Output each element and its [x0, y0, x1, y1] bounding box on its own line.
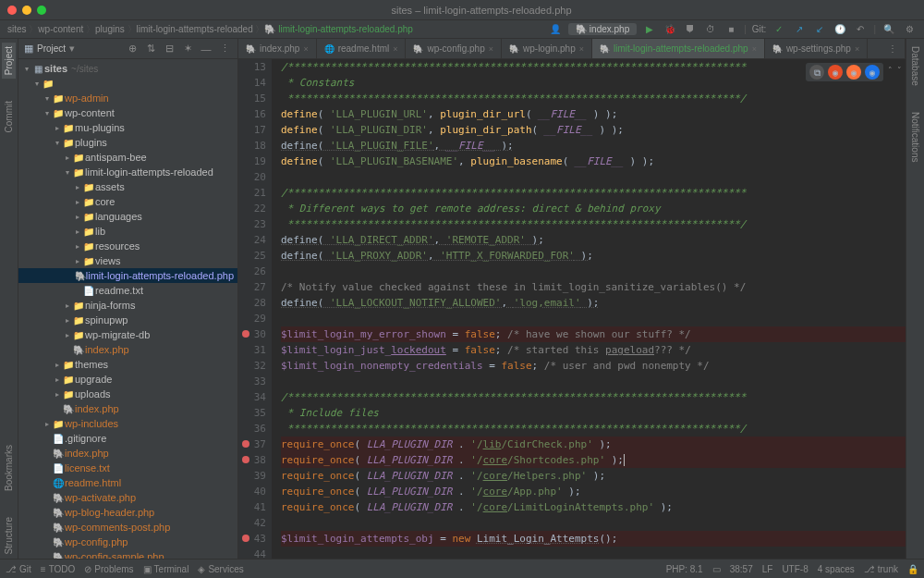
tool-tab-notifications[interactable]: Notifications	[908, 108, 922, 166]
tree-item[interactable]: ▸📁resources	[18, 239, 237, 253]
status-git[interactable]: ⎇ Git	[6, 564, 31, 574]
status-services[interactable]: ◈ Services	[198, 564, 243, 574]
editor-tab[interactable]: 🐘index.php×	[238, 39, 317, 58]
tree-item[interactable]: ▸📁wp-includes	[18, 416, 237, 431]
hide-sidebar-icon[interactable]: —	[199, 42, 213, 56]
tree-item[interactable]: ▸📁uploads	[18, 387, 237, 401]
safari-icon[interactable]: ◉	[865, 65, 880, 80]
tree-item[interactable]: ▸📁wp-migrate-db	[18, 327, 237, 342]
tree-item[interactable]: ▸📁core	[18, 194, 237, 209]
code-line[interactable]: define( 'LLA_PROXY_ADDR', 'HTTP_X_FORWAR…	[281, 248, 906, 264]
code-line[interactable]: * Include files	[281, 405, 906, 421]
sidebar-menu-icon[interactable]: ⋮	[217, 42, 232, 56]
tool-tab-database[interactable]: Database	[908, 43, 922, 90]
breadcrumb-item[interactable]: 🐘 limit-login-attempts-reloaded.php	[264, 24, 412, 34]
status-caret-pos[interactable]: 38:57	[730, 564, 753, 574]
code-line[interactable]	[281, 547, 906, 559]
status-branch[interactable]: ⎇ trunk	[864, 564, 898, 574]
line-number[interactable]: 42	[238, 515, 266, 531]
editor-tab[interactable]: 🐘wp-login.php×	[502, 39, 592, 58]
code-line[interactable]: define( 'LLA_PLUGIN_FILE', __FILE__ );	[281, 138, 906, 154]
builtin-preview-icon[interactable]: ⧉	[809, 65, 824, 80]
tree-item[interactable]: ▸📁ninja-forms	[18, 298, 237, 313]
tree-item[interactable]: 🐘wp-comments-post.php	[18, 520, 237, 535]
editor-tab[interactable]: 🌐readme.html×	[317, 39, 407, 58]
line-number[interactable]: 17	[238, 122, 266, 138]
tree-item[interactable]: ▸📁lib	[18, 224, 237, 239]
code-line[interactable]	[281, 264, 906, 279]
debug-button[interactable]: 🐞	[663, 22, 677, 37]
line-number[interactable]: 31	[238, 342, 266, 358]
breadcrumb-item[interactable]: limit-login-attempts-reloaded	[137, 24, 253, 34]
line-number[interactable]: 14	[238, 75, 266, 91]
line-number[interactable]: 30	[238, 326, 266, 342]
breadcrumb-item[interactable]: plugins	[95, 24, 125, 34]
select-opened-icon[interactable]: ⊕	[125, 42, 140, 56]
tree-item[interactable]: ▸📁languages	[18, 209, 237, 224]
code-line[interactable]	[281, 374, 906, 389]
status-terminal[interactable]: ▣ Terminal	[143, 564, 189, 574]
close-tab-icon[interactable]: ×	[489, 44, 493, 54]
tree-item[interactable]: ▾📁plugins	[18, 135, 237, 150]
status-line-ending[interactable]: LF	[762, 564, 773, 574]
tool-tab-bookmarks[interactable]: Bookmarks	[2, 441, 16, 495]
chrome-icon[interactable]: ◉	[828, 65, 843, 80]
code-line[interactable]: $limit_login_nonempty_credentials = fals…	[281, 358, 906, 374]
close-tab-icon[interactable]: ×	[303, 44, 308, 54]
tree-item[interactable]: ▸📁mu-plugins	[18, 120, 237, 135]
editor-tab[interactable]: 🐘limit-login-attempts-reloaded.php×	[592, 39, 765, 58]
code-line[interactable]: /***************************************…	[281, 185, 906, 201]
tree-item[interactable]: 🐘wp-config-sample.php	[18, 549, 237, 559]
code-editor[interactable]: 1314151617181920212223242526272829303132…	[238, 59, 906, 559]
code-line[interactable]: require_once( LLA_PLUGIN_DIR . '/core/Sh…	[281, 452, 906, 468]
line-number[interactable]: 15	[238, 91, 266, 106]
line-number[interactable]: 29	[238, 311, 266, 326]
code-line[interactable]: $limit_login_my_error_shown = false; /* …	[281, 326, 906, 342]
users-icon[interactable]: 👤	[548, 22, 563, 37]
inspection-chevron-icon[interactable]: ˄ ˅	[888, 63, 902, 79]
profile-button[interactable]: ⏱	[703, 22, 718, 37]
editor-tab[interactable]: 🐘wp-config.php×	[406, 39, 502, 58]
tree-item[interactable]: 📄license.txt	[18, 461, 237, 475]
tree-item[interactable]: ▸📁views	[18, 253, 237, 268]
tree-item[interactable]: ▸📁antispam-bee	[18, 150, 237, 165]
code-line[interactable]: /* Notify value checked against these in…	[281, 279, 906, 295]
code-line[interactable]: require_once( LLA_PLUGIN_DIR . '/core/He…	[281, 468, 906, 484]
code-line[interactable]	[281, 515, 906, 531]
line-number[interactable]: 33	[238, 374, 266, 389]
line-number[interactable]: 37	[238, 437, 266, 452]
tree-item[interactable]: ▸📁assets	[18, 179, 237, 194]
status-memory-icon[interactable]: ▭	[712, 564, 721, 574]
close-window-icon[interactable]	[7, 6, 17, 15]
coverage-button[interactable]: ⛊	[683, 22, 698, 37]
expand-all-icon[interactable]: ⇅	[143, 42, 158, 56]
code-line[interactable]: define( 'LLA_DIRECT_ADDR', 'REMOTE_ADDR'…	[281, 232, 906, 248]
tree-item[interactable]: ▾📁limit-login-attempts-reloaded	[18, 165, 237, 179]
run-config-selector[interactable]: 🐘 index.php	[568, 23, 637, 35]
code-line[interactable]	[281, 169, 906, 185]
code-line[interactable]: define( 'LLA_PLUGIN_URL', plugin_dir_url…	[281, 106, 906, 122]
git-commit-icon[interactable]: ✓	[772, 22, 786, 37]
tree-item[interactable]: 📄.gitignore	[18, 431, 237, 446]
line-number[interactable]: 39	[238, 468, 266, 484]
line-number[interactable]: 22	[238, 201, 266, 216]
rollback-icon[interactable]: ↶	[853, 22, 868, 37]
code-area[interactable]: /***************************************…	[272, 59, 906, 559]
line-number[interactable]: 36	[238, 421, 266, 437]
line-number[interactable]: 27	[238, 279, 266, 295]
search-everywhere-icon[interactable]: 🔍	[881, 22, 896, 37]
line-gutter[interactable]: 1314151617181920212223242526272829303132…	[238, 59, 272, 559]
line-number[interactable]: 21	[238, 185, 266, 201]
code-line[interactable]: require_once( LLA_PLUGIN_DIR . '/lib/Cid…	[281, 437, 906, 452]
run-button[interactable]: ▶	[642, 22, 657, 37]
status-todo[interactable]: ≡ TODO	[41, 564, 76, 574]
code-line[interactable]: define( 'LLA_PLUGIN_BASENAME', plugin_ba…	[281, 154, 906, 169]
tree-item[interactable]: 🐘wp-blog-header.php	[18, 505, 237, 520]
line-number[interactable]: 26	[238, 264, 266, 279]
status-indent[interactable]: 4 spaces	[818, 564, 855, 574]
tree-item[interactable]: 🐘wp-activate.php	[18, 490, 237, 505]
code-line[interactable]: ****************************************…	[281, 91, 906, 106]
code-line[interactable]: require_once( LLA_PLUGIN_DIR . '/core/Ap…	[281, 484, 906, 499]
line-number[interactable]: 16	[238, 106, 266, 122]
line-number[interactable]: 24	[238, 232, 266, 248]
